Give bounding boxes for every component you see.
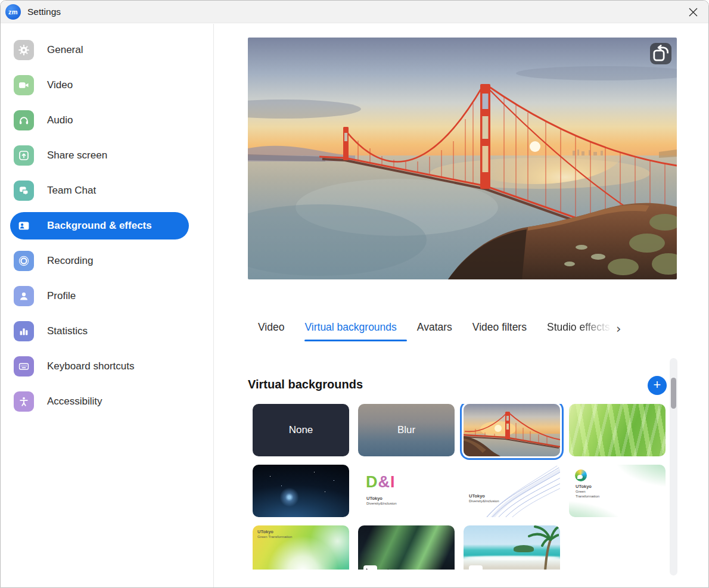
sidebar-item-label: Accessibility — [47, 396, 102, 407]
brand-text: UTokyo Green Transformation — [576, 484, 605, 499]
section-title: Virtual backgrounds — [248, 378, 363, 391]
brand-text: UTokyo Diversity&Inclusion — [469, 493, 499, 503]
brand-text: UTokyo Green Transformation — [257, 529, 293, 539]
tab-video[interactable]: Video — [248, 321, 294, 341]
video-badge-icon — [469, 565, 483, 570]
sidebar-item-label: Recording — [47, 255, 94, 267]
person-icon — [14, 286, 34, 306]
sidebar-item-accessibility[interactable]: Accessibility — [10, 388, 189, 415]
background-tile-none[interactable]: None — [253, 404, 349, 456]
sidebar-item-label: Audio — [47, 114, 73, 126]
record-circle-icon — [14, 251, 34, 271]
video-preview — [248, 38, 677, 279]
close-icon[interactable] — [677, 1, 708, 23]
background-tile-beach-palm[interactable] — [464, 525, 560, 570]
sidebar-item-share-screen[interactable]: Share screen — [10, 142, 189, 169]
keyboard-icon — [14, 356, 34, 377]
green-transformation-logo — [575, 469, 587, 481]
rotate-mirror-icon[interactable] — [650, 43, 671, 64]
d-and-i-logo: D&I — [366, 473, 396, 491]
settings-window: zm Settings General Video — [0, 0, 709, 588]
golden-gate-preview-image — [248, 38, 677, 279]
background-tile-utokyo-wave[interactable]: UTokyo Diversity&Inclusion — [464, 465, 560, 517]
sidebar-item-general[interactable]: General — [10, 36, 189, 64]
golden-gate-thumbnail — [464, 404, 560, 456]
background-person-icon — [14, 216, 34, 236]
sidebar-item-team-chat[interactable]: Team Chat — [10, 177, 189, 204]
sidebar-item-label: Statistics — [47, 325, 88, 337]
plus-icon: + — [654, 376, 661, 394]
sidebar-item-label: Video — [47, 79, 73, 91]
sidebar-item-background-effects[interactable]: Background & effects — [10, 212, 189, 239]
sidebar-item-statistics[interactable]: Statistics — [10, 318, 189, 345]
chat-bubbles-icon — [14, 181, 34, 201]
gear-icon — [14, 40, 34, 60]
titlebar: zm Settings — [1, 1, 708, 23]
section-header: Virtual backgrounds + — [248, 378, 677, 391]
tab-avatars[interactable]: Avatars — [407, 321, 462, 341]
tab-virtual-backgrounds[interactable]: Virtual backgrounds — [294, 321, 406, 341]
video-camera-icon — [14, 75, 34, 95]
window-title: Settings — [27, 7, 61, 17]
background-tile-earth-space[interactable] — [253, 465, 349, 517]
sidebar-item-profile[interactable]: Profile — [10, 282, 189, 310]
background-tile-blur[interactable]: Blur — [358, 404, 455, 456]
background-tile-grass[interactable] — [569, 404, 666, 456]
background-tile-utokyo-green-transformation[interactable]: UTokyo Green Transformation — [569, 465, 666, 517]
scrollbar-track[interactable] — [670, 358, 677, 575]
chevron-right-icon[interactable]: › — [615, 322, 622, 336]
wave-pattern — [464, 465, 560, 517]
sidebar-item-label: Keyboard shortcuts — [47, 360, 134, 372]
main-panel: Video Virtual backgrounds Avatars Video … — [214, 24, 709, 588]
sidebar-item-label: Share screen — [47, 150, 107, 161]
tile-label: Blur — [358, 404, 455, 456]
background-tile-golden-gate-bridge[interactable] — [464, 404, 560, 456]
sidebar-item-video[interactable]: Video — [10, 71, 189, 99]
add-background-button[interactable]: + — [648, 376, 667, 395]
tile-label: None — [253, 404, 349, 456]
tab-bar: Video Virtual backgrounds Avatars Video … — [248, 321, 689, 341]
share-screen-icon — [14, 145, 34, 166]
zoom-logo-icon: zm — [5, 4, 21, 20]
sidebar: General Video Audio Share screen Team Ch — [1, 24, 214, 588]
background-tile-utokyo-d-and-i-logo[interactable]: D&I UTokyo Diversity&Inclusion — [358, 465, 455, 517]
scrollbar-thumb[interactable] — [671, 378, 676, 409]
tab-video-filters[interactable]: Video filters — [462, 321, 537, 341]
sidebar-item-label: Background & effects — [47, 220, 152, 232]
tab-studio-effects[interactable]: Studio effects — [537, 321, 615, 341]
sidebar-item-label: General — [47, 44, 83, 56]
palm-tree — [521, 525, 559, 570]
accessibility-icon — [14, 391, 34, 412]
virtual-backgrounds-grid: None Blur — [253, 404, 670, 570]
sidebar-item-label: Profile — [47, 290, 76, 302]
headphones-icon — [14, 110, 34, 130]
sidebar-item-audio[interactable]: Audio — [10, 107, 189, 134]
background-tile-aurora[interactable] — [358, 525, 455, 570]
sidebar-item-recording[interactable]: Recording — [10, 247, 189, 275]
video-badge-icon — [363, 565, 377, 570]
sidebar-item-keyboard-shortcuts[interactable]: Keyboard shortcuts — [10, 353, 189, 380]
background-tile-utokyo-green-gradient[interactable]: UTokyo Green Transformation — [253, 525, 349, 570]
sidebar-item-label: Team Chat — [47, 185, 96, 197]
bar-chart-icon — [14, 321, 34, 341]
brand-text: UTokyo Diversity&Inclusion — [366, 496, 397, 506]
